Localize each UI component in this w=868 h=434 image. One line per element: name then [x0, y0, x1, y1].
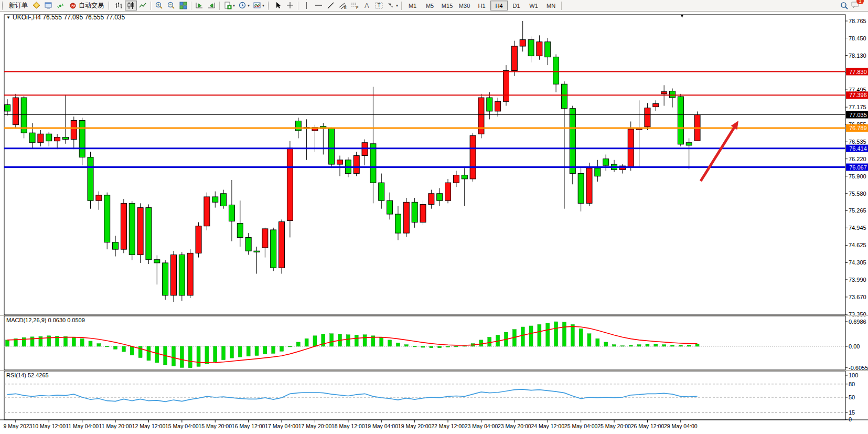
terminal-icon-button[interactable] [42, 1, 55, 10]
new-order-button[interactable]: 新订单 [6, 1, 30, 10]
toolbar-grip[interactable] [2, 2, 5, 10]
candle [686, 143, 692, 145]
timeframe-button-M1[interactable]: M1 [404, 1, 421, 10]
fibonacci-icon: F [350, 1, 359, 10]
zoom-out-icon [167, 1, 176, 10]
macd-histogram-bar [529, 326, 533, 346]
timeframe-button-H1[interactable]: H1 [473, 1, 490, 10]
timeframe-button-W1[interactable]: W1 [525, 1, 542, 10]
candle [420, 204, 426, 222]
candle [453, 175, 459, 183]
zoom-in-button[interactable] [153, 1, 165, 10]
macd-axis-label: -0.6055 [849, 365, 868, 371]
candle [279, 221, 285, 268]
search-icon [840, 1, 849, 10]
step-forward-button[interactable] [194, 1, 206, 10]
price-axis-label: 74.945 [849, 225, 866, 231]
candle [487, 98, 492, 111]
timeframe-button-M5[interactable]: M5 [421, 1, 438, 10]
text-tool-button[interactable]: A [361, 1, 373, 10]
channel-tool-button[interactable]: E [337, 1, 349, 10]
trendline-tool-button[interactable] [325, 1, 337, 10]
macd-histogram-bar [188, 346, 192, 368]
new-order-label: 新订单 [9, 1, 28, 10]
template-button[interactable]: ▾ [251, 1, 266, 10]
candle [645, 108, 650, 127]
price-axis-label: 75.265 [849, 207, 866, 214]
macd-histogram-bar [263, 346, 267, 354]
zoom-out-button[interactable] [165, 1, 177, 10]
candle [271, 230, 276, 268]
vertical-line-tool-button[interactable] [301, 1, 313, 10]
price-axis-label: 78.765 [849, 18, 866, 24]
timeframe-button-M30[interactable]: M30 [456, 1, 473, 10]
macd-histogram-bar [363, 335, 367, 346]
main-plot-frame [4, 15, 845, 315]
candle [329, 129, 335, 164]
rsi-axis-label: 100 [849, 372, 858, 378]
macd-histogram-bar [230, 346, 233, 358]
chart-area[interactable]: 78.76578.45078.13077.81577.49577.17576.8… [0, 12, 868, 434]
price-tag-label: 77.396 [849, 92, 867, 98]
horizontal-line-icon [314, 1, 323, 10]
toolbar-separator [561, 2, 562, 10]
toolbar-grip[interactable] [268, 2, 271, 10]
step-back-button[interactable] [206, 1, 218, 10]
candle [403, 202, 409, 233]
macd-axis-label: 0.00 [849, 343, 860, 350]
timeframe-button-D1[interactable]: D1 [508, 1, 525, 10]
macd-histogram-bar [238, 346, 242, 357]
candle [5, 104, 10, 111]
search-button[interactable] [838, 1, 851, 10]
macd-histogram-bar [205, 346, 209, 364]
macd-histogram-bar [421, 346, 425, 347]
price-axis-label: 75.900 [849, 173, 866, 179]
auto-trading-button[interactable]: 自动交易 [67, 1, 106, 10]
timeframe-button-M15[interactable]: M15 [438, 1, 456, 10]
signals-icon-button[interactable] [55, 1, 67, 10]
toolbar-separator [401, 2, 402, 10]
auto-trading-label: 自动交易 [79, 1, 104, 10]
macd-histogram-bar [687, 345, 691, 346]
candle [470, 135, 476, 179]
candle [503, 70, 509, 101]
candlestick-chart-type-button[interactable] [125, 1, 137, 10]
market-watch-icon[interactable] [30, 1, 42, 10]
fibonacci-tool-button[interactable]: F [349, 1, 361, 10]
tile-windows-icon [179, 1, 188, 10]
notifications-button[interactable]: 1 [851, 0, 861, 12]
candle [337, 160, 343, 164]
chart-back-icon [207, 1, 216, 10]
line-chart-type-button[interactable] [137, 1, 149, 10]
price-axis-label: 77.175 [849, 104, 866, 110]
candle [353, 156, 359, 174]
macd-histogram-bar [579, 329, 583, 346]
text-label-icon: T [374, 1, 383, 10]
macd-histogram-bar [296, 342, 300, 346]
time-axis-label: 11 May 04:00 [66, 423, 99, 429]
time-axis-label: 15 May 20:00 [198, 423, 232, 429]
tile-windows-button[interactable] [177, 1, 189, 10]
candle [445, 183, 451, 200]
add-indicator-button[interactable]: ▾ [222, 1, 237, 10]
toolbar-grip[interactable] [109, 2, 112, 10]
timeframe-button-H4[interactable]: H4 [490, 1, 508, 10]
candle [204, 197, 210, 226]
price-axis-label: 73.670 [849, 294, 866, 300]
chart-collapse-icon: ▼ [6, 15, 10, 20]
dropdown-caret: ▾ [233, 3, 235, 8]
candle [187, 253, 193, 295]
horizontal-line-tool-button[interactable] [313, 1, 325, 10]
period-clock-button[interactable]: ▾ [237, 1, 251, 10]
bar-chart-type-button[interactable] [113, 1, 125, 10]
text-label-tool-button[interactable]: T [373, 1, 385, 10]
terminal-window: 新订单 自动交 [0, 0, 868, 434]
candle [129, 203, 135, 255]
shapes-tool-button[interactable]: ▾ [385, 1, 400, 10]
timeframe-button-MN[interactable]: MN [542, 1, 560, 10]
crosshair-tool-button[interactable] [284, 1, 296, 10]
toolbar-separator [191, 2, 192, 10]
computer-icon [44, 1, 53, 10]
macd-histogram-bar [620, 346, 624, 346]
cursor-tool-button[interactable] [272, 1, 284, 10]
